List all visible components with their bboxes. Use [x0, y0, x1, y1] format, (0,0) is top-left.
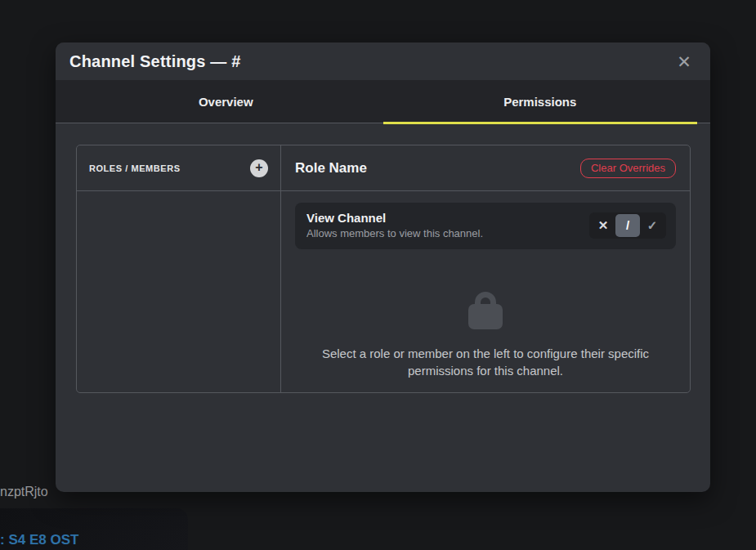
tab-overview[interactable]: Overview [69, 80, 383, 123]
modal-title: Channel Settings — # [69, 52, 241, 71]
background-partial-text: nzptRjto [0, 485, 48, 499]
roles-members-label: ROLES / MEMBERS [89, 163, 181, 173]
channel-settings-modal: Channel Settings — # ✕ Overview Permissi… [56, 42, 710, 492]
permission-name: View Channel [306, 211, 483, 225]
permissions-panels: ROLES / MEMBERS + Role Name Clear Overri… [76, 145, 691, 393]
role-permissions-panel: Role Name Clear Overrides View Channel A… [281, 145, 690, 392]
permission-tri-state-toggle: ✕ / ✓ [589, 212, 666, 239]
deny-icon[interactable]: ✕ [591, 214, 615, 237]
close-icon[interactable]: ✕ [673, 50, 696, 73]
permission-text: View Channel Allows members to view this… [306, 211, 483, 239]
tab-permissions[interactable]: Permissions [383, 80, 698, 123]
background-song-link[interactable]: : S4 E8 OST [0, 532, 78, 548]
permission-description: Allows members to view this channel. [306, 227, 483, 239]
role-permissions-header: Role Name Clear Overrides [281, 145, 690, 191]
modal-header: Channel Settings — # ✕ [56, 42, 710, 80]
roles-members-panel: ROLES / MEMBERS + [77, 145, 281, 392]
role-name-title: Role Name [295, 160, 367, 177]
permission-row-view-channel: View Channel Allows members to view this… [295, 203, 676, 249]
inherit-icon[interactable]: / [615, 214, 640, 237]
empty-state-text: Select a role or member on the left to c… [301, 345, 670, 379]
allow-icon[interactable]: ✓ [640, 214, 664, 237]
roles-members-list[interactable] [77, 191, 280, 392]
modal-body: ROLES / MEMBERS + Role Name Clear Overri… [56, 123, 710, 393]
lock-icon [467, 292, 503, 329]
clear-overrides-button[interactable]: Clear Overrides [580, 159, 676, 178]
roles-members-header: ROLES / MEMBERS + [77, 145, 280, 191]
empty-state: Select a role or member on the left to c… [281, 292, 690, 379]
tab-bar: Overview Permissions [56, 80, 710, 123]
add-role-icon[interactable]: + [250, 159, 268, 177]
